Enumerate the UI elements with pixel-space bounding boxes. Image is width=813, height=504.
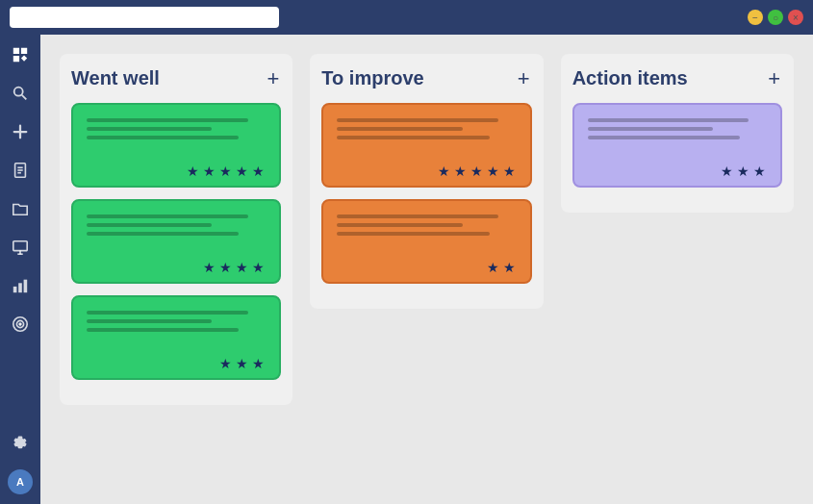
star-icon	[236, 355, 249, 368]
card-line	[87, 127, 212, 131]
logo-icon[interactable]	[10, 44, 31, 65]
card-to-improve-2[interactable]	[321, 199, 531, 284]
search-sidebar-icon[interactable]	[10, 83, 31, 104]
card-line	[337, 136, 489, 139]
main-content: Went well +	[40, 35, 813, 504]
card-line	[337, 118, 498, 122]
card-line	[87, 118, 248, 122]
close-button[interactable]: ×	[788, 10, 803, 25]
settings-sidebar-icon[interactable]	[10, 431, 31, 452]
window-controls: − ○ ×	[748, 10, 803, 25]
card-lines	[337, 118, 516, 139]
card-line	[337, 232, 489, 236]
star-icon	[219, 259, 233, 272]
card-went-well-2[interactable]	[71, 199, 281, 284]
card-lines	[87, 118, 266, 139]
card-stars	[588, 163, 767, 176]
card-line	[87, 319, 212, 323]
svg-line-1	[22, 95, 27, 100]
svg-point-0	[14, 88, 23, 96]
card-line	[337, 127, 462, 131]
card-line	[588, 136, 740, 139]
add-sidebar-icon[interactable]	[10, 121, 31, 142]
column-title-to-improve: To improve	[321, 67, 423, 89]
card-line	[87, 223, 212, 227]
card-line	[87, 328, 239, 332]
star-icon	[203, 163, 216, 176]
star-icon	[470, 163, 484, 176]
card-stars	[87, 163, 266, 176]
star-icon	[252, 163, 266, 176]
star-icon	[252, 259, 266, 272]
star-icon	[187, 163, 200, 176]
add-went-well-button[interactable]: +	[265, 68, 281, 89]
svg-point-14	[19, 323, 21, 325]
column-went-well: Went well +	[60, 54, 292, 405]
card-lines	[87, 311, 266, 332]
columns-container: Went well +	[60, 54, 794, 405]
card-lines	[588, 118, 767, 139]
chart-sidebar-icon[interactable]	[10, 275, 31, 296]
card-line	[337, 214, 498, 218]
card-stars	[87, 355, 266, 368]
star-icon	[487, 163, 500, 176]
star-icon	[753, 163, 767, 176]
column-title-action-items: Action items	[572, 67, 688, 89]
user-avatar[interactable]: A	[8, 469, 33, 494]
target-sidebar-icon[interactable]	[10, 314, 31, 335]
topbar: − ○ ×	[0, 0, 813, 35]
svg-rect-6	[13, 241, 27, 251]
star-icon	[737, 163, 750, 176]
star-icon	[203, 259, 216, 272]
card-action-items-1[interactable]	[572, 103, 782, 188]
column-header-to-improve: To improve +	[321, 67, 531, 89]
star-icon	[219, 163, 233, 176]
card-line	[588, 127, 713, 131]
folder-sidebar-icon[interactable]	[10, 198, 31, 219]
card-stars	[87, 259, 266, 272]
card-to-improve-1[interactable]	[321, 103, 531, 188]
svg-rect-10	[18, 283, 22, 292]
star-icon	[438, 163, 451, 176]
maximize-button[interactable]: ○	[768, 10, 783, 25]
add-to-improve-button[interactable]: +	[516, 68, 532, 89]
card-stars	[337, 259, 516, 272]
card-line	[337, 223, 462, 227]
card-line	[87, 311, 248, 315]
monitor-sidebar-icon[interactable]	[10, 237, 31, 258]
star-icon	[721, 163, 734, 176]
star-icon	[219, 355, 233, 368]
card-line	[87, 136, 239, 139]
search-input[interactable]	[10, 7, 279, 28]
star-icon	[236, 259, 249, 272]
card-line	[588, 118, 749, 122]
card-lines	[337, 214, 516, 236]
card-lines	[87, 214, 266, 236]
add-action-items-button[interactable]: +	[766, 68, 782, 89]
star-icon	[487, 259, 500, 272]
app-layout: A Went well +	[0, 35, 813, 504]
sidebar: A	[0, 35, 40, 504]
column-action-items: Action items +	[561, 54, 794, 213]
column-title-went-well: Went well	[71, 67, 160, 89]
column-to-improve: To improve +	[310, 54, 543, 309]
star-icon	[503, 163, 517, 176]
minimize-button[interactable]: −	[748, 10, 763, 25]
svg-rect-9	[13, 287, 17, 292]
star-icon	[252, 355, 266, 368]
card-line	[87, 214, 248, 218]
column-header-went-well: Went well +	[71, 67, 281, 89]
star-icon	[236, 163, 249, 176]
card-line	[87, 232, 239, 236]
card-went-well-3[interactable]	[71, 295, 281, 380]
star-icon	[454, 163, 468, 176]
card-stars	[337, 163, 516, 176]
card-went-well-1[interactable]	[71, 103, 281, 188]
svg-rect-11	[24, 280, 28, 293]
star-icon	[503, 259, 517, 272]
column-header-action-items: Action items +	[572, 67, 782, 89]
pages-sidebar-icon[interactable]	[10, 160, 31, 181]
